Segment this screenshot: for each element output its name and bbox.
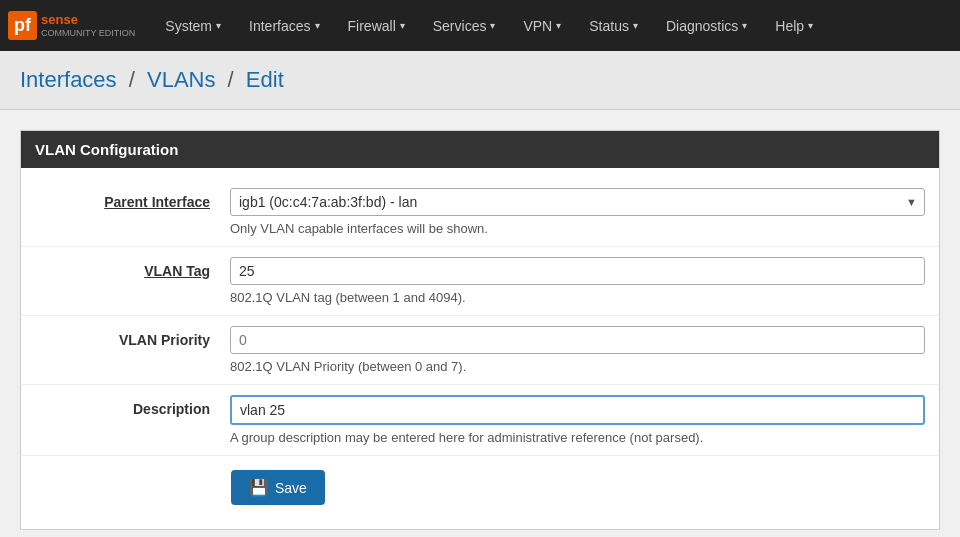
brand-logo: pf sense COMMUNITY EDITION [8,11,135,40]
parent-interface-field: igb1 (0c:c4:7a:ab:3f:bd) - lan Only VLAN… [230,188,925,236]
vlan-tag-label: VLAN Tag [35,257,230,279]
chevron-down-icon: ▾ [490,20,495,31]
nav-item-help[interactable]: Help ▾ [761,0,827,51]
vlan-priority-hint: 802.1Q VLAN Priority (between 0 and 7). [230,359,925,374]
chevron-down-icon: ▾ [808,20,813,31]
breadcrumb: Interfaces / VLANs / Edit [0,51,960,110]
parent-interface-select[interactable]: igb1 (0c:c4:7a:ab:3f:bd) - lan [230,188,925,216]
parent-interface-select-wrapper: igb1 (0c:c4:7a:ab:3f:bd) - lan [230,188,925,216]
description-row: Description A group description may be e… [21,385,939,456]
nav-item-status[interactable]: Status ▾ [575,0,652,51]
nav-item-vpn[interactable]: VPN ▾ [509,0,575,51]
vlan-config-section: VLAN Configuration Parent Interface igb1… [20,130,940,530]
nav-menu: System ▾ Interfaces ▾ Firewall ▾ Service… [151,0,827,51]
description-label: Description [35,395,230,417]
vlan-priority-field: 802.1Q VLAN Priority (between 0 and 7). [230,326,925,374]
save-row: 💾 Save [21,456,939,519]
description-hint: A group description may be entered here … [230,430,925,445]
parent-interface-row: Parent Interface igb1 (0c:c4:7a:ab:3f:bd… [21,178,939,247]
chevron-down-icon: ▾ [742,20,747,31]
nav-item-services[interactable]: Services ▾ [419,0,510,51]
vlan-tag-field: 802.1Q VLAN tag (between 1 and 4094). [230,257,925,305]
chevron-down-icon: ▾ [400,20,405,31]
logo-icon: pf [8,11,37,40]
chevron-down-icon: ▾ [633,20,638,31]
vlan-tag-row: VLAN Tag 802.1Q VLAN tag (between 1 and … [21,247,939,316]
section-title: VLAN Configuration [21,131,939,168]
chevron-down-icon: ▾ [315,20,320,31]
save-icon: 💾 [249,478,269,497]
navbar: pf sense COMMUNITY EDITION System ▾ Inte… [0,0,960,51]
breadcrumb-vlans[interactable]: VLANs [147,67,215,92]
nav-item-diagnostics[interactable]: Diagnostics ▾ [652,0,761,51]
nav-item-system[interactable]: System ▾ [151,0,235,51]
main-content: VLAN Configuration Parent Interface igb1… [0,110,960,537]
nav-item-firewall[interactable]: Firewall ▾ [334,0,419,51]
parent-interface-label: Parent Interface [35,188,230,210]
description-field: A group description may be entered here … [230,395,925,445]
breadcrumb-edit[interactable]: Edit [246,67,284,92]
nav-item-interfaces[interactable]: Interfaces ▾ [235,0,333,51]
vlan-tag-input[interactable] [230,257,925,285]
page-title: Interfaces / VLANs / Edit [20,67,940,93]
description-input[interactable] [230,395,925,425]
breadcrumb-interfaces[interactable]: Interfaces [20,67,117,92]
vlan-priority-label: VLAN Priority [35,326,230,348]
vlan-priority-input[interactable] [230,326,925,354]
vlan-priority-row: VLAN Priority 802.1Q VLAN Priority (betw… [21,316,939,385]
chevron-down-icon: ▾ [556,20,561,31]
save-button[interactable]: 💾 Save [231,470,325,505]
parent-interface-hint: Only VLAN capable interfaces will be sho… [230,221,925,236]
vlan-tag-hint: 802.1Q VLAN tag (between 1 and 4094). [230,290,925,305]
section-body: Parent Interface igb1 (0c:c4:7a:ab:3f:bd… [21,168,939,529]
chevron-down-icon: ▾ [216,20,221,31]
brand-text: sense COMMUNITY EDITION [41,12,135,38]
